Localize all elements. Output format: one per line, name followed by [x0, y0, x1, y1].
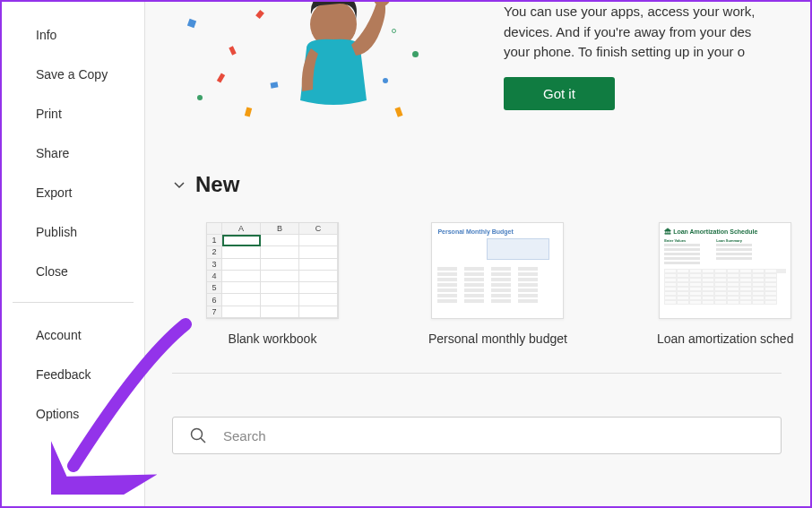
sidebar-item-publish[interactable]: Publish: [2, 212, 144, 252]
sidebar-item-options[interactable]: Options: [2, 394, 144, 434]
template-label: Blank workbook: [229, 331, 317, 346]
template-thumb: Loan Amortization Schedule Enter Values …: [659, 222, 791, 319]
template-blank-workbook[interactable]: A B C 1 2 3 4 5 6 7 Blank workbook: [206, 222, 339, 346]
sidebar-item-info[interactable]: Info: [2, 15, 144, 55]
search-row: [172, 417, 782, 454]
templates-row: A B C 1 2 3 4 5 6 7 Blank workbook: [172, 222, 810, 346]
got-it-button[interactable]: Got it: [504, 77, 615, 110]
sidebar-item-feedback[interactable]: Feedback: [2, 355, 144, 394]
template-thumb: A B C 1 2 3 4 5 6 7: [206, 222, 339, 319]
sidebar-item-account[interactable]: Account: [2, 315, 144, 355]
template-label: Personal monthly budget: [428, 331, 567, 346]
sidebar: Info Save a Copy Print Share Export Publ…: [2, 2, 145, 506]
template-thumb: Personal Monthly Budget: [431, 222, 564, 319]
sidebar-divider: [13, 302, 134, 303]
welcome-banner: You can use your apps, access your work,…: [172, 2, 810, 123]
welcome-illustration: [172, 2, 504, 123]
section-divider: [172, 373, 782, 374]
banner-text: You can use your apps, access your work,…: [504, 2, 810, 110]
sidebar-item-save-copy[interactable]: Save a Copy: [2, 55, 144, 94]
sidebar-item-export[interactable]: Export: [2, 173, 144, 212]
search-icon: [189, 426, 207, 444]
svg-line-3: [201, 438, 205, 443]
new-section-title: New: [195, 172, 239, 197]
banner-desc-line: devices. And if you're away from your de…: [504, 22, 810, 43]
svg-point-2: [192, 429, 203, 440]
search-input[interactable]: [223, 428, 773, 443]
svg-point-1: [373, 2, 391, 6]
banner-desc-line: your phone. To finish setting up in your…: [504, 42, 810, 63]
chevron-down-icon[interactable]: [172, 177, 186, 192]
template-personal-monthly-budget[interactable]: Personal Monthly Budget Pers: [428, 222, 567, 346]
sidebar-item-close[interactable]: Close: [2, 252, 144, 291]
main-content: You can use your apps, access your work,…: [145, 2, 810, 506]
sidebar-item-print[interactable]: Print: [2, 94, 144, 133]
template-loan-amortization[interactable]: Loan Amortization Schedule Enter Values …: [657, 222, 794, 346]
search-box[interactable]: [172, 417, 782, 454]
bank-icon: [664, 228, 671, 235]
template-label: Loan amortization sched: [657, 331, 794, 346]
new-section-header: New: [172, 172, 810, 197]
banner-desc-line: You can use your apps, access your work,: [504, 2, 810, 22]
person-waving-icon: [266, 2, 401, 118]
sidebar-item-share[interactable]: Share: [2, 133, 144, 173]
